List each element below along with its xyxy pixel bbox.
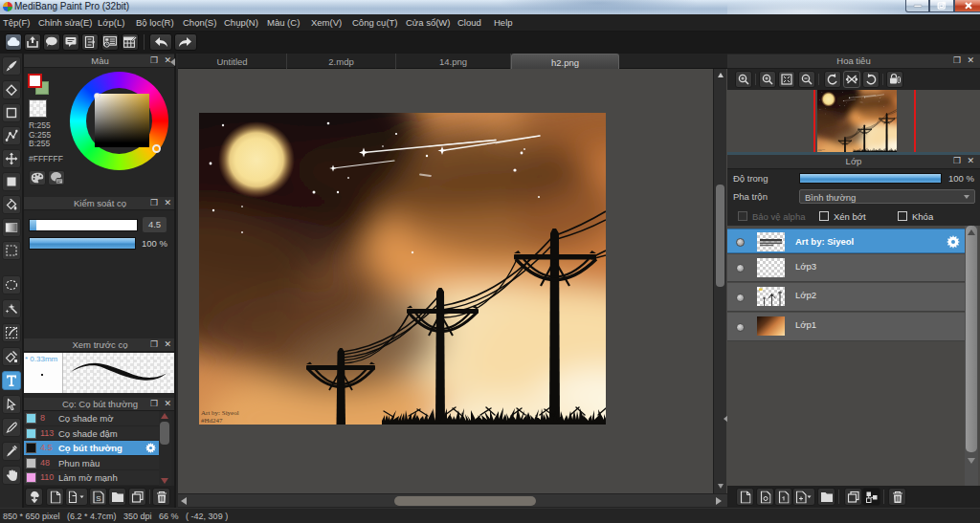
svg-text:S: S — [96, 493, 100, 502]
svg-text:#Hd247: #Hd247 — [201, 417, 223, 425]
